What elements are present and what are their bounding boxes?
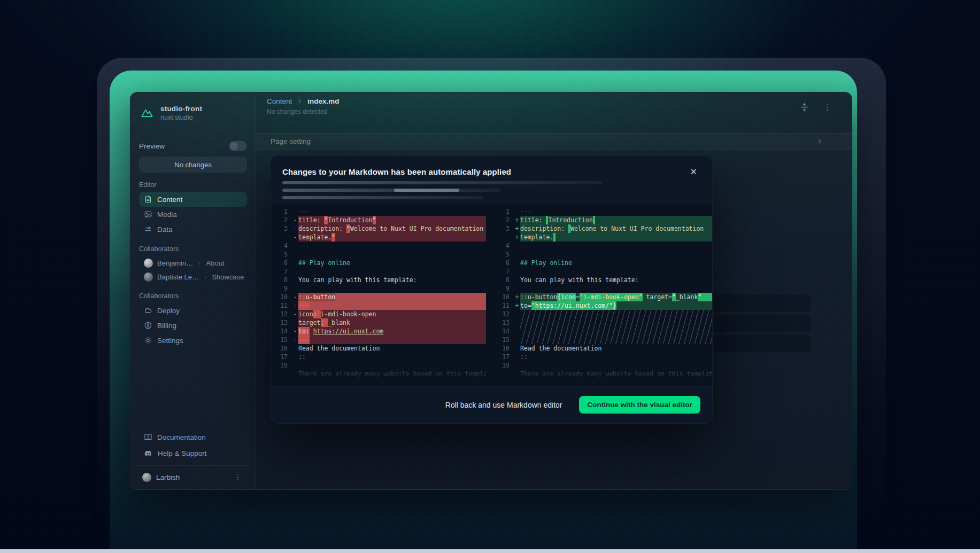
project-org: nuxt.studio [160, 114, 202, 121]
diff-line: 3-description: "Welcome to Nuxt UI Pro d… [271, 224, 486, 233]
sidebar-item-media[interactable]: Media [139, 207, 247, 222]
separator-dot: · [204, 273, 206, 281]
diff-line: 4--- [271, 242, 486, 250]
code-text: --- [520, 242, 712, 250]
diff-marker: - [292, 216, 298, 224]
code-text [520, 250, 712, 259]
collaborator-name: Baptiste Le… [157, 273, 199, 281]
diff-marker [514, 284, 520, 293]
collaborator-name: Benjamin… [157, 259, 193, 267]
sidebar-item-help-support[interactable]: Help & Support [139, 445, 247, 461]
diff-marker: + [514, 301, 520, 310]
code-text: icon: i-mdi-book-open [298, 310, 486, 318]
code-text [298, 284, 486, 293]
diff-marker [292, 361, 298, 370]
diff-marker [514, 259, 520, 267]
line-number: 10 [271, 293, 292, 301]
sidebar-item-billing[interactable]: Billing [139, 318, 247, 333]
diff-marker: - [292, 336, 298, 344]
line-number: 9 [271, 284, 292, 293]
diff-view: 1---2-title: "Introduction"3-description… [271, 204, 712, 386]
diff-line: 9 [492, 284, 712, 293]
diff-line: 18 [492, 361, 712, 370]
line-number: 8 [271, 276, 292, 284]
diff-marker [514, 370, 520, 378]
line-number [271, 370, 292, 378]
diff-line: 12-icon: i-mdi-book-open [271, 310, 486, 318]
collaborator-row[interactable]: Baptiste Le…·Showcase [139, 270, 247, 284]
sidebar-footer: DocumentationHelp & Support [139, 429, 247, 461]
code-text: title: Introduction [520, 216, 712, 224]
collaborator-row[interactable]: Benjamin…·About [139, 256, 247, 270]
code-text: --- [298, 207, 486, 216]
line-number: 6 [492, 259, 514, 267]
code-text: Read the documentation [520, 344, 712, 353]
sidebar-item-settings[interactable]: Settings [139, 333, 247, 348]
diff-marker [292, 242, 298, 250]
diff-marker [292, 344, 298, 353]
code-text: to: https://ui.nuxt.com [298, 327, 486, 336]
kebab-menu-icon[interactable]: ⋮ [823, 103, 831, 112]
user-menu[interactable]: Larbish ⋮ [139, 469, 247, 485]
line-number: 7 [492, 267, 514, 276]
page-setting-section[interactable]: Page setting [256, 133, 852, 150]
no-changes-button[interactable]: No changes [139, 157, 247, 173]
diff-line: -template." [271, 233, 486, 242]
collapse-vertical-icon[interactable] [799, 102, 809, 112]
line-number: 14 [492, 327, 514, 336]
diff-marker: - [292, 310, 298, 318]
sidebar-item-label: Documentation [157, 433, 206, 441]
sidebar-item-data[interactable]: Data [139, 222, 247, 237]
line-number: 10 [492, 293, 514, 301]
diff-line: 9 [271, 284, 486, 293]
continue-button[interactable]: Continue with the visual editor [579, 396, 700, 414]
line-number [492, 233, 514, 242]
code-text: There are already many website based on … [520, 370, 712, 378]
diff-marker: + [514, 224, 520, 233]
diff-line: 5 [492, 250, 712, 259]
code-text [520, 267, 712, 276]
line-number: 18 [271, 361, 292, 370]
sidebar-item-content[interactable]: Content [139, 192, 247, 207]
code-text: template. [520, 233, 712, 242]
skeleton-line [282, 196, 483, 199]
diff-marker: - [292, 301, 298, 310]
project-switcher[interactable]: studio-front nuxt.studio [139, 101, 247, 124]
diff-line: 6## Play online [271, 259, 486, 267]
code-text: ## Play online [298, 259, 486, 267]
rollback-button[interactable]: Roll back and use Markdown editor [445, 401, 562, 409]
close-icon[interactable]: ✕ [690, 168, 697, 176]
code-text: --- [520, 207, 712, 216]
preview-toggle[interactable] [229, 141, 247, 151]
breadcrumb-content[interactable]: Content [267, 97, 292, 105]
line-number [492, 370, 514, 378]
line-number: 5 [271, 250, 292, 259]
diff-marker [292, 276, 298, 284]
billing-icon [144, 321, 152, 330]
code-text: ::u-button{icon="i-mdi-book-open" target… [520, 293, 712, 301]
discord-icon [144, 449, 153, 458]
sidebar-item-deploy[interactable]: Deploy [139, 303, 247, 318]
section-label: Collaborators [139, 245, 247, 253]
sidebar-sections: EditorContentMediaDataCollaboratorsBenja… [139, 181, 247, 356]
line-number: 8 [492, 276, 514, 284]
kebab-menu-icon[interactable]: ⋮ [232, 473, 244, 481]
line-number: 15 [492, 336, 514, 344]
diff-marker [514, 344, 520, 353]
code-text: template." [298, 233, 486, 242]
diff-marker [514, 267, 520, 276]
diff-marker [514, 276, 520, 284]
media-icon [144, 210, 152, 219]
settings-icon [144, 336, 152, 345]
diff-line: There are already many website based on … [271, 370, 486, 378]
sidebar-item-documentation[interactable]: Documentation [139, 429, 247, 445]
header-actions: ⋮ [799, 102, 831, 112]
modal-footer: Roll back and use Markdown editor Contin… [271, 386, 712, 423]
breadcrumb-file[interactable]: index.md [307, 97, 339, 105]
code-text: ## Play online [520, 259, 712, 267]
form-field-skeleton [714, 294, 811, 311]
diff-line: 10+::u-button{icon="i-mdi-book-open" tar… [492, 293, 712, 301]
code-text [298, 250, 486, 259]
page-setting-label: Page setting [271, 137, 816, 145]
diff-line: 14-to: https://ui.nuxt.com [271, 327, 486, 336]
